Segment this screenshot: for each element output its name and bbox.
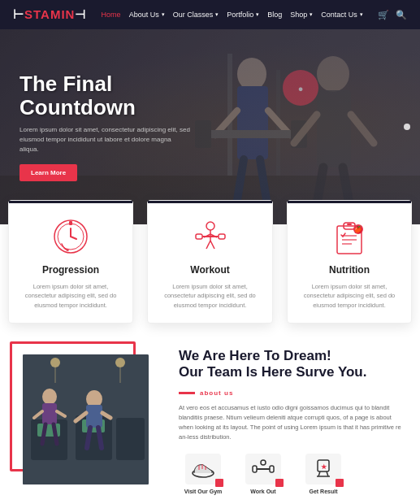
- progression-icon: [51, 217, 90, 256]
- svg-point-61: [50, 358, 60, 367]
- nutrition-icon: 🍎: [330, 217, 369, 256]
- gym-photo: [23, 354, 149, 484]
- chevron-down-icon: ▾: [256, 11, 259, 18]
- nav-item-blog[interactable]: Blog: [267, 11, 282, 19]
- nav-item-contact[interactable]: Contact Us ▾: [321, 11, 363, 19]
- svg-line-34: [210, 241, 214, 249]
- scroll-indicator: [404, 124, 410, 130]
- workout-label: Work Out: [239, 489, 288, 494]
- workout-icon: [191, 217, 230, 256]
- workout-desc: Lorem ipsum dolor sit amet, consectetur …: [159, 282, 260, 310]
- about-tag: about us: [179, 389, 404, 397]
- service-visit-gym[interactable]: Visit Our Gym: [179, 454, 227, 494]
- svg-rect-26: [196, 234, 202, 239]
- svg-point-13: [317, 56, 349, 92]
- svg-point-72: [261, 460, 266, 465]
- svg-line-54: [98, 428, 102, 448]
- search-icon[interactable]: 🔍: [396, 10, 407, 20]
- svg-point-4: [237, 58, 266, 90]
- learn-more-button[interactable]: Learn More: [19, 164, 77, 181]
- feature-card-workout: Workout Lorem ipsum dolor sit amet, cons…: [147, 200, 272, 324]
- tag-line-decoration: [179, 392, 195, 394]
- svg-rect-37: [347, 224, 352, 225]
- svg-line-25: [71, 237, 76, 239]
- nutrition-title: Nutrition: [299, 264, 400, 276]
- get-result-icon: ★: [305, 454, 341, 484]
- nutrition-desc: Lorem ipsum dolor sit amet, consectetur …: [299, 282, 400, 310]
- cart-icon[interactable]: 🛒: [378, 10, 389, 20]
- svg-rect-56: [42, 403, 57, 424]
- visit-gym-icon: [185, 454, 221, 484]
- svg-rect-10: [201, 130, 301, 138]
- service-get-result[interactable]: ★ Get Result: [299, 454, 348, 494]
- features-section: Progression Lorem ipsum dolor sit amet, …: [0, 200, 420, 324]
- svg-point-55: [42, 389, 57, 405]
- visit-gym-label: Visit Our Gym: [179, 489, 227, 494]
- chevron-down-icon: ▾: [310, 11, 313, 18]
- nav-item-shop[interactable]: Shop ▾: [290, 11, 313, 19]
- about-tag-label: about us: [200, 389, 233, 397]
- svg-rect-71: [270, 466, 274, 472]
- about-image: [23, 354, 149, 484]
- svg-rect-69: [253, 466, 257, 472]
- nav-item-home[interactable]: Home: [102, 11, 121, 19]
- nav-item-classes[interactable]: Our Classes ▾: [173, 11, 219, 19]
- chevron-down-icon: ▾: [162, 11, 165, 18]
- svg-text:●: ●: [298, 84, 304, 93]
- svg-rect-70: [257, 468, 270, 470]
- about-description: At vero eos et accusamus et iusto odio d…: [179, 403, 404, 442]
- main-nav: Home About Us ▾ Our Classes ▾ Portfolio …: [102, 11, 363, 19]
- about-section: We Are Here To Dream! Our Team Is Here S…: [0, 324, 420, 504]
- nav-item-portfolio[interactable]: Portfolio ▾: [227, 11, 259, 19]
- hero-description: Lorem ipsum dolor sit amet, consectetur …: [19, 125, 192, 154]
- site-logo: ⊢STAMIN⊣: [13, 7, 86, 22]
- svg-text:★: ★: [321, 463, 327, 471]
- svg-line-53: [87, 428, 90, 448]
- workout-service-icon: [245, 454, 281, 484]
- about-title: We Are Here To Dream! Our Team Is Here S…: [179, 348, 404, 381]
- hero-content: The Final Countdown Lorem ipsum dolor si…: [0, 72, 211, 181]
- nav-item-about[interactable]: About Us ▾: [129, 11, 165, 19]
- svg-rect-46: [116, 418, 145, 460]
- svg-rect-23: [69, 221, 72, 225]
- service-workout[interactable]: Work Out: [239, 454, 288, 494]
- workout-title: Workout: [159, 264, 260, 276]
- svg-point-29: [206, 222, 214, 230]
- feature-card-nutrition: 🍎 Nutrition Lorem ipsum dolor sit amet, …: [287, 200, 412, 324]
- svg-point-62: [115, 358, 125, 367]
- svg-rect-50: [86, 405, 102, 428]
- chevron-down-icon: ▾: [360, 11, 363, 18]
- svg-line-75: [327, 471, 328, 476]
- about-content: We Are Here To Dream! Our Team Is Here S…: [179, 348, 404, 494]
- services-grid: Visit Our Gym Work Out: [179, 454, 404, 494]
- chevron-down-icon: ▾: [215, 11, 219, 18]
- get-result-label: Get Result: [299, 489, 348, 494]
- nav-actions: 🛒 🔍: [378, 10, 407, 20]
- svg-rect-5: [237, 86, 268, 159]
- svg-rect-14: [317, 90, 351, 167]
- feature-card-progression: Progression Lorem ipsum dolor sit amet, …: [8, 200, 133, 324]
- svg-line-74: [318, 471, 320, 476]
- hero-title: The Final Countdown: [19, 72, 192, 119]
- progression-title: Progression: [20, 264, 121, 276]
- svg-text:🍎: 🍎: [354, 225, 362, 233]
- site-header: ⊢STAMIN⊣ Home About Us ▾ Our Classes ▾ P…: [0, 0, 420, 29]
- svg-rect-28: [219, 234, 225, 239]
- progression-desc: Lorem ipsum dolor sit amet, consectetur …: [20, 282, 121, 310]
- hero-section: ● The Final Countdown Lorem ipsum dolor …: [0, 29, 420, 224]
- about-image-wrapper: [16, 348, 162, 484]
- svg-line-33: [206, 241, 210, 249]
